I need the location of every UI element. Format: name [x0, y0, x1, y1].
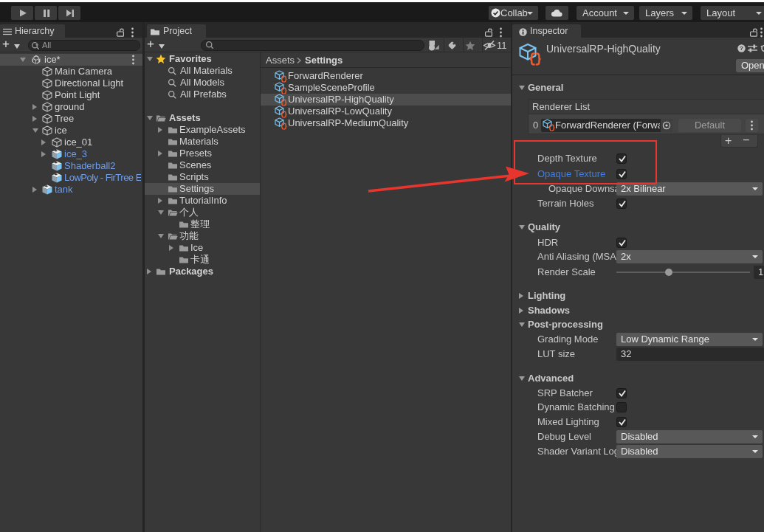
svg-text:?: ? — [740, 45, 743, 52]
